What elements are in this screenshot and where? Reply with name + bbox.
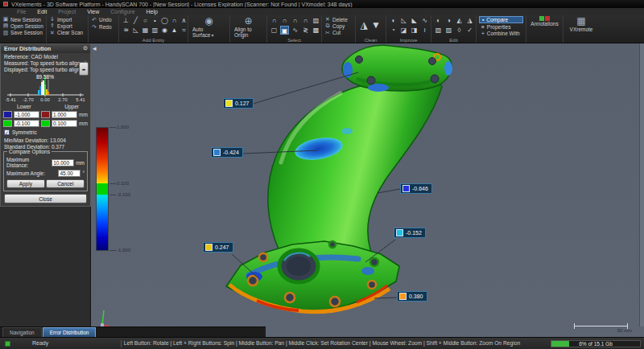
export-button[interactable]: ⇑Export: [49, 23, 85, 29]
minmax-deviation: Min/Max Deviation: 13.004: [1, 137, 90, 143]
menu-view[interactable]: View: [81, 9, 105, 14]
apply-button[interactable]: Apply: [6, 179, 45, 188]
toolbar-icon[interactable]: ◪: [399, 26, 408, 35]
annotations-group: Annotations: [526, 15, 564, 43]
toolbar-icon[interactable]: ▼: [370, 16, 382, 34]
symmetric-checkbox[interactable]: ✓: [4, 129, 10, 135]
toolbar-icon[interactable]: ▲: [170, 26, 179, 35]
annotations-button[interactable]: Annotations: [529, 16, 560, 27]
toolbar-icon[interactable]: ∩: [280, 16, 289, 25]
new-session-button[interactable]: ▣New Session: [2, 16, 43, 23]
undo-button[interactable]: ↶Undo: [91, 16, 116, 23]
annotation-label[interactable]: -0.646: [400, 183, 432, 194]
toolbar-icon[interactable]: ▦: [141, 26, 150, 35]
auto-surface-button[interactable]: ◉ Auto Surface▾: [191, 16, 227, 38]
annotation-label[interactable]: -0.424: [211, 147, 243, 158]
memory-usage-bar: 6% of 15.1 Gb: [551, 340, 641, 347]
cut-button[interactable]: ✂Cut: [324, 30, 353, 36]
toolbar-icon[interactable]: ⊥: [122, 16, 130, 25]
toolbar-icon[interactable]: ◮: [358, 16, 369, 34]
menu-edit[interactable]: Edit: [31, 9, 52, 14]
lower-nominal-color-swatch[interactable]: [3, 120, 12, 127]
panel-pin-icon[interactable]: ⊙: [83, 45, 88, 51]
clear-scan-button[interactable]: ✕Clear Scan: [49, 30, 85, 36]
delete-button[interactable]: ✕Delete: [324, 16, 353, 23]
toolbar-icon[interactable]: ▨: [312, 16, 320, 25]
toolbar-icon[interactable]: ◺: [131, 26, 140, 35]
toolbar-icon[interactable]: ◖: [389, 16, 398, 25]
upper-nominal-input[interactable]: [52, 120, 77, 127]
toolbar-icon[interactable]: ◉: [160, 26, 169, 35]
annotation-label[interactable]: -0.152: [394, 228, 426, 238]
lower-nominal-input[interactable]: [14, 120, 39, 127]
properties-button[interactable]: ≡Properties: [479, 23, 523, 30]
combine-with-button[interactable]: +Combine With: [479, 30, 523, 36]
toolbar-icon[interactable]: ▨: [444, 26, 453, 35]
annotation-label[interactable]: 0.380: [397, 291, 427, 302]
vxremote-button[interactable]: ▦ VXremote: [566, 16, 597, 32]
toolbar-icon[interactable]: ◨: [410, 26, 419, 35]
toolbar-icon[interactable]: ∩: [291, 16, 299, 25]
lower-max-color-swatch[interactable]: [3, 111, 12, 118]
toolbar-icon[interactable]: ∿: [420, 16, 429, 25]
menu-project[interactable]: Project: [52, 9, 81, 14]
toolbar-icon[interactable]: ∿: [291, 26, 299, 35]
toolbar-icon[interactable]: ≊: [122, 26, 130, 35]
toolbar-icon[interactable]: ▢: [270, 26, 279, 35]
menu-configure[interactable]: Configure: [105, 9, 140, 14]
toolbar-icon[interactable]: ∧: [180, 16, 188, 25]
auto-surface-dropdown-icon[interactable]: ▾: [211, 33, 213, 38]
toolbar-icon[interactable]: ╱: [131, 16, 140, 25]
toolbar-icon[interactable]: ∩: [301, 16, 310, 25]
toolbar-icon[interactable]: ▣: [280, 26, 289, 35]
annotation-label[interactable]: 0.247: [203, 242, 233, 253]
swap-measured-displayed-button[interactable]: ◂▸: [79, 62, 89, 76]
part-3d-model[interactable]: [91, 43, 644, 337]
toolbar-icon[interactable]: ○: [141, 16, 150, 25]
align-to-origin-button[interactable]: ⊕ Align to Origin: [233, 16, 264, 38]
copy-button[interactable]: ⧉Copy: [324, 23, 353, 29]
save-session-button[interactable]: ▥Save Session: [2, 30, 43, 36]
toolbar-icon[interactable]: ∩: [270, 16, 279, 25]
max-distance-row: Maximum Distance: mm: [6, 156, 85, 169]
compare-button[interactable]: ▪Compare: [479, 16, 523, 23]
import-button[interactable]: ⇓Import: [49, 16, 85, 23]
app-icon: [3, 2, 8, 6]
close-button[interactable]: Close: [4, 194, 87, 203]
toolbar-icon[interactable]: ✓: [465, 26, 474, 35]
toolbar-icon[interactable]: ▥: [151, 26, 159, 35]
toolbar-icon[interactable]: ◐: [434, 16, 443, 25]
toolbar-icon[interactable]: ◣: [410, 16, 419, 25]
toolbar-icon[interactable]: ◮: [465, 16, 474, 25]
upper-nominal-color-swatch[interactable]: [41, 120, 50, 127]
toolbar-icon[interactable]: ◊: [455, 26, 464, 35]
tab-error-distribution[interactable]: Error Distribution: [43, 327, 97, 337]
panel-header[interactable]: Error Distribution ⊙: [1, 44, 90, 53]
toolbar-icon[interactable]: ∩: [170, 16, 179, 25]
tab-navigation[interactable]: Navigation: [2, 327, 42, 337]
toolbar-icon[interactable]: ≈: [180, 26, 188, 35]
max-distance-input[interactable]: [52, 159, 74, 166]
toolbar-icon[interactable]: ◔: [389, 26, 398, 35]
max-angle-input[interactable]: [58, 170, 80, 177]
toolbar-icon[interactable]: ▧: [434, 26, 443, 35]
lower-max-input[interactable]: [14, 111, 39, 118]
menu-help[interactable]: Help: [141, 9, 163, 14]
toolbar-icon[interactable]: ◑: [444, 16, 453, 25]
open-session-button[interactable]: ▤Open Session: [2, 23, 43, 29]
toolbar-icon[interactable]: ◯: [160, 16, 169, 25]
cancel-button[interactable]: Cancel: [46, 179, 85, 188]
redo-button[interactable]: ↷Redo: [91, 23, 116, 31]
toolbar-icon[interactable]: ≷: [301, 26, 310, 35]
annotation-label[interactable]: 0.127: [223, 98, 254, 109]
toolbar-icon[interactable]: ≀: [420, 26, 429, 35]
toolbar-icon[interactable]: ◺: [399, 16, 408, 25]
toolbar-icon[interactable]: ◭: [455, 16, 464, 25]
menu-file[interactable]: File: [11, 9, 31, 14]
toolbar-icon[interactable]: ▩: [312, 26, 320, 35]
3d-viewport[interactable]: ◂ 1.000 0.100 -0.100 -1.000: [91, 43, 644, 337]
upper-max-color-swatch[interactable]: [41, 111, 50, 118]
toolbar-icon[interactable]: •: [151, 16, 159, 25]
upper-max-input[interactable]: [52, 111, 77, 118]
scale-ruler-label: 50 mm: [617, 328, 632, 333]
